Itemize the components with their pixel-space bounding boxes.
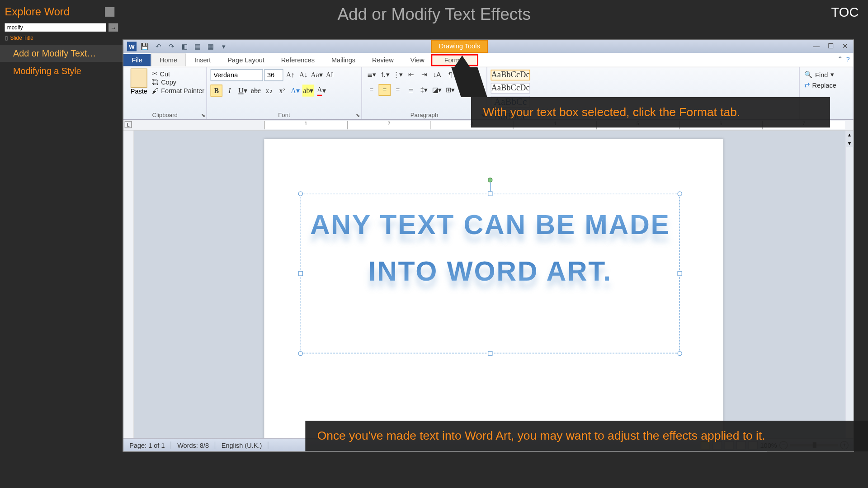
tab-insert[interactable]: Insert xyxy=(186,54,219,66)
paste-label: Paste xyxy=(131,88,147,95)
align-center-icon[interactable]: ≡ xyxy=(379,84,391,96)
bold-button[interactable]: B xyxy=(211,84,222,96)
maximize-icon[interactable]: ☐ xyxy=(825,41,836,51)
handle-mid-bottom[interactable] xyxy=(488,351,493,356)
word-logo-icon: W xyxy=(127,42,137,51)
tab-references[interactable]: References xyxy=(273,54,323,66)
canvas[interactable]: ANY TEXT CAN BE MADE INTO WORD ART. © Cl… xyxy=(134,131,854,438)
ribbon-collapse-icon[interactable]: ⌃ xyxy=(837,56,843,63)
quick-access-toolbar: W 💾 ↶ ↷ ◧ ▤ ▦ ▾ xyxy=(123,42,228,51)
qat-icon-6[interactable]: ▦ xyxy=(206,42,215,51)
grow-font-icon[interactable]: A↑ xyxy=(284,69,296,81)
numbering-icon[interactable]: ⒈▾ xyxy=(379,69,391,80)
text-box[interactable]: ANY TEXT CAN BE MADE INTO WORD ART. xyxy=(301,194,680,353)
tab-stop-selector[interactable]: L xyxy=(125,121,132,128)
highlight-icon[interactable]: ab▾ xyxy=(302,84,314,96)
search-input[interactable] xyxy=(5,23,106,31)
paste-button[interactable]: Paste xyxy=(127,69,151,95)
tab-mailings[interactable]: Mailings xyxy=(323,54,363,66)
status-language[interactable]: English (U.K.) xyxy=(216,441,269,449)
handle-bottom-left[interactable] xyxy=(298,351,303,356)
group-label-font: Font xyxy=(207,112,362,118)
qat-icon-5[interactable]: ▤ xyxy=(193,42,202,51)
handle-top-left[interactable] xyxy=(298,191,303,196)
ruler-vertical[interactable] xyxy=(123,131,134,438)
justify-icon[interactable]: ≣ xyxy=(405,84,417,96)
italic-button[interactable]: I xyxy=(224,84,236,96)
font-dialog-icon[interactable]: ⬊ xyxy=(356,113,360,118)
titlebar: W 💾 ↶ ↷ ◧ ▤ ▦ ▾ Drawing Tools — ☐ ✕ xyxy=(123,40,853,53)
rotate-handle[interactable] xyxy=(488,178,493,183)
group-paragraph: ≣▾ ⒈▾ ⋮▾ ⇤ ⇥ ↓A ¶ ≡ ≡ ≡ ≣ ‡▾ ◪▾ ⊞▾ xyxy=(362,67,487,119)
bullets-icon[interactable]: ≣▾ xyxy=(366,69,377,80)
explore-title: Explore Word xyxy=(0,0,123,21)
redo-icon[interactable]: ↷ xyxy=(166,42,176,51)
replace-button[interactable]: ⇄Replace xyxy=(803,80,849,90)
tab-view[interactable]: View xyxy=(402,54,433,66)
sort-icon[interactable]: ↓A xyxy=(431,69,443,80)
font-color-icon[interactable]: A▾ xyxy=(316,84,327,96)
shrink-font-icon[interactable]: A↓ xyxy=(297,69,309,81)
tab-page-layout[interactable]: Page Layout xyxy=(219,54,273,66)
tab-file[interactable]: File xyxy=(123,54,151,66)
align-right-icon[interactable]: ≡ xyxy=(392,84,404,96)
toc-link[interactable]: TOC xyxy=(831,5,859,20)
slide-title-filter[interactable]: ▯ Slide Title xyxy=(0,34,123,42)
outdent-icon[interactable]: ⇤ xyxy=(405,69,417,80)
minimize-icon[interactable]: — xyxy=(811,41,822,51)
vertical-scrollbar[interactable]: ▲ ▼ xyxy=(845,131,853,438)
format-painter-button[interactable]: 🖌Format Painter xyxy=(152,87,204,94)
save-icon[interactable]: 💾 xyxy=(140,42,150,51)
borders-icon[interactable]: ⊞▾ xyxy=(444,84,456,96)
undo-icon[interactable]: ↶ xyxy=(153,42,163,51)
multilevel-icon[interactable]: ⋮▾ xyxy=(392,69,404,80)
copy-button[interactable]: ⿻Copy xyxy=(152,79,204,86)
font-name-select[interactable] xyxy=(211,69,263,81)
indent-icon[interactable]: ⇥ xyxy=(418,69,430,80)
subscript-button[interactable]: x₂ xyxy=(263,84,275,96)
underline-button[interactable]: U▾ xyxy=(237,84,249,96)
wordart-text[interactable]: ANY TEXT CAN BE MADE INTO WORD ART. xyxy=(301,202,679,295)
strike-button[interactable]: abc xyxy=(250,84,262,96)
popout-icon[interactable] xyxy=(105,7,114,17)
rotate-connector xyxy=(490,183,491,192)
line-spacing-icon[interactable]: ‡▾ xyxy=(418,84,430,96)
search-go-button[interactable]: → xyxy=(108,23,118,31)
change-case-icon[interactable]: Aa▾ xyxy=(311,69,322,81)
find-button[interactable]: 🔍Find ▾ xyxy=(803,70,849,80)
handle-bottom-right[interactable] xyxy=(677,351,682,356)
tab-home[interactable]: Home xyxy=(151,54,186,66)
group-font: A↑ A↓ Aa▾ Aͯ B I U▾ abc x₂ x² A▾ ab▾ A▾ … xyxy=(207,67,362,119)
tab-review[interactable]: Review xyxy=(364,54,402,66)
scissors-icon: ✂ xyxy=(152,70,157,77)
document-area: ANY TEXT CAN BE MADE INTO WORD ART. © Cl… xyxy=(123,131,853,438)
handle-mid-top[interactable] xyxy=(488,191,493,196)
qat-more-icon[interactable]: ▾ xyxy=(219,42,228,51)
style-normal[interactable]: AaBbCcDc xyxy=(491,70,530,80)
scroll-down-icon[interactable]: ▼ xyxy=(845,139,853,147)
text-effects-icon[interactable]: A▾ xyxy=(289,84,301,96)
callout-adjust-effects: Once you've made text into Word Art, you… xyxy=(305,421,868,451)
help-icon[interactable]: ? xyxy=(846,56,849,63)
pilcrow-icon[interactable]: ¶ xyxy=(444,69,456,80)
cut-button[interactable]: ✂Cut xyxy=(152,70,204,77)
paste-icon xyxy=(131,69,147,88)
status-page[interactable]: Page: 1 of 1 xyxy=(123,441,171,449)
tab-format[interactable]: Format xyxy=(431,54,478,66)
style-nospacing[interactable]: AaBbCcDc xyxy=(491,83,530,94)
font-size-select[interactable] xyxy=(264,69,283,81)
superscript-button[interactable]: x² xyxy=(276,84,288,96)
clear-format-icon[interactable]: Aͯ xyxy=(324,69,335,81)
close-icon[interactable]: ✕ xyxy=(839,41,851,51)
status-words[interactable]: Words: 8/8 xyxy=(171,441,216,449)
group-label-clipboard: Clipboard xyxy=(123,112,206,118)
nav-item-modifying-style[interactable]: Modifying a Style xyxy=(0,62,123,79)
clipboard-dialog-icon[interactable]: ⬊ xyxy=(201,113,205,118)
find-icon: 🔍 xyxy=(804,71,812,79)
align-left-icon[interactable]: ≡ xyxy=(366,84,377,96)
shading-icon[interactable]: ◪▾ xyxy=(431,84,443,96)
handle-top-right[interactable] xyxy=(677,191,682,196)
scroll-up-icon[interactable]: ▲ xyxy=(845,131,853,139)
qat-icon-4[interactable]: ◧ xyxy=(179,42,189,51)
nav-item-add-modify[interactable]: Add or Modify Text… xyxy=(0,45,123,62)
